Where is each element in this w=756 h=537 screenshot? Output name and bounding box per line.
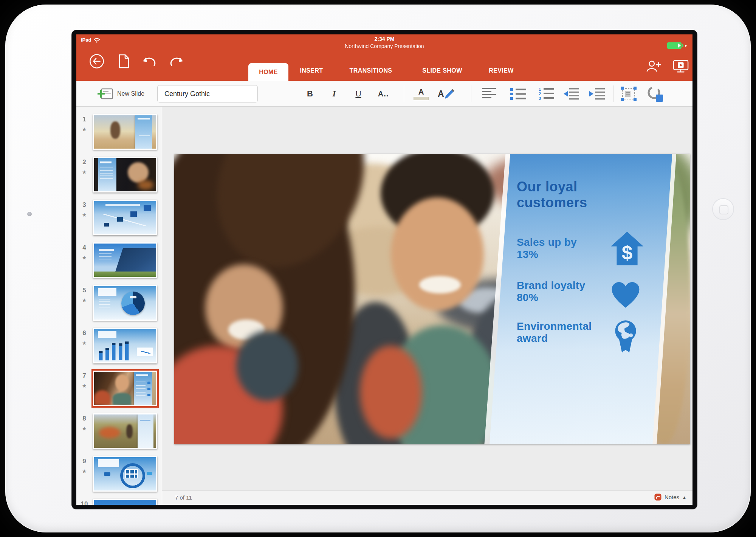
- tab-transitions[interactable]: TRANSITIONS: [350, 67, 392, 74]
- increase-indent-button[interactable]: [588, 81, 606, 107]
- person-add-icon: [646, 59, 662, 73]
- notes-label: Notes: [665, 494, 679, 500]
- transition-star-icon: ★: [79, 169, 89, 175]
- heart-icon: [610, 280, 641, 310]
- transition-star-icon: ★: [79, 126, 89, 132]
- slide-8-preview: [93, 413, 157, 449]
- bullet-sales-text[interactable]: Sales up by 13%: [517, 236, 619, 261]
- ribbon-tabs: HOME INSERT TRANSITIONS SLIDE SHOW REVIE…: [76, 48, 692, 81]
- font-color-glyph: A: [418, 88, 424, 96]
- present-button[interactable]: [672, 58, 689, 74]
- slide-7-preview: [93, 371, 157, 406]
- transition-star-icon: ★: [79, 425, 89, 431]
- new-slide-button[interactable]: New Slide: [98, 81, 144, 107]
- text-box-button[interactable]: [620, 81, 637, 107]
- svg-text:3: 3: [539, 96, 541, 101]
- slide-number: 1: [79, 116, 89, 123]
- slide-number: 3: [79, 201, 89, 209]
- tab-home[interactable]: HOME: [248, 63, 288, 81]
- font-color-button[interactable]: A: [414, 81, 429, 107]
- thumbnail-slide-1[interactable]: 1 ★: [76, 114, 162, 150]
- slide-number: 5: [79, 287, 89, 294]
- slide-canvas: Our loyal customers Sales up by 13% $ Br…: [162, 107, 692, 505]
- ipad-device: iPad 2:34 PM Northwind Company Presentat…: [5, 5, 751, 532]
- font-formatting-more-button[interactable]: A..: [376, 81, 391, 107]
- tab-insert[interactable]: INSERT: [300, 67, 323, 74]
- svg-text:1: 1: [539, 87, 541, 92]
- shapes-button[interactable]: [646, 81, 665, 107]
- thumbnail-slide-2[interactable]: 2 ★: [76, 157, 162, 192]
- transition-star-icon: ★: [79, 212, 89, 218]
- text-box-icon: [620, 86, 637, 102]
- numbered-list-icon: 1 2 3: [538, 87, 555, 101]
- current-slide[interactable]: Our loyal customers Sales up by 13% $ Br…: [174, 154, 690, 444]
- thumbnail-slide-4[interactable]: 4 ★: [76, 242, 162, 278]
- new-slide-label: New Slide: [117, 90, 144, 97]
- status-center: 2:34 PM Northwind Company Presentation: [76, 36, 692, 49]
- slide-number: 8: [79, 415, 89, 422]
- powerpoint-app: iPad 2:34 PM Northwind Company Presentat…: [76, 34, 692, 505]
- notes-collapse-icon: ▲: [682, 495, 686, 500]
- slide-6-preview: [93, 328, 157, 363]
- highlight-button[interactable]: A: [438, 81, 455, 107]
- thumbnail-slide-3[interactable]: 3 ★: [76, 200, 162, 235]
- notes-toggle-button[interactable]: Notes ▲: [654, 494, 686, 501]
- thumbnail-slide-5[interactable]: 5 ★: [76, 285, 162, 321]
- slide-number: 2: [79, 158, 89, 166]
- thumbnail-slide-8[interactable]: 8 ★: [76, 413, 162, 449]
- font-name-value: Century Gothic: [158, 90, 233, 98]
- formatting-toolbar: New Slide Century Gothic B I U A.. A: [76, 81, 692, 107]
- thumbnail-slide-10[interactable]: 10 ★: [76, 499, 162, 505]
- slide-title-text[interactable]: Our loyal customers: [517, 179, 587, 211]
- decrease-indent-button[interactable]: [562, 81, 580, 107]
- transition-star-icon: ★: [79, 468, 89, 474]
- share-people-button[interactable]: [645, 58, 662, 74]
- slide-10-preview: [93, 499, 157, 505]
- dollar-arrow-icon: $: [610, 231, 644, 267]
- bottom-status-bar: 7 of 11 Notes ▲: [162, 490, 692, 505]
- indent-icon: [588, 87, 606, 101]
- ipad-camera: [27, 212, 32, 216]
- present-screen-icon: [673, 59, 689, 73]
- italic-button[interactable]: I: [327, 81, 342, 107]
- bullets-button[interactable]: [510, 81, 527, 107]
- transition-star-icon: ★: [79, 340, 89, 346]
- svg-text:$: $: [622, 242, 633, 264]
- shapes-icon: [646, 85, 665, 102]
- new-slide-icon: [98, 87, 113, 100]
- numbering-button[interactable]: 1 2 3: [538, 81, 555, 107]
- pen-icon: [442, 87, 455, 100]
- underline-button[interactable]: U: [351, 81, 366, 107]
- workspace: 1 ★ 2 ★ 3 ★ 4: [76, 107, 692, 505]
- outdent-icon: [562, 87, 580, 101]
- align-left-icon: [482, 87, 497, 101]
- page-indicator: 7 of 11: [175, 494, 192, 501]
- slide-2-preview: [93, 157, 157, 192]
- align-button[interactable]: [482, 81, 497, 107]
- bold-button[interactable]: B: [302, 81, 318, 107]
- thumbnail-slide-9[interactable]: 9 ★: [76, 456, 162, 492]
- globe-award-icon: [610, 319, 641, 357]
- toolbar-divider: [471, 85, 471, 102]
- font-name-selector[interactable]: Century Gothic: [157, 85, 258, 102]
- ipad-home-button[interactable]: [712, 198, 734, 220]
- app-header: iPad 2:34 PM Northwind Company Presentat…: [76, 34, 692, 81]
- transition-star-icon: ★: [79, 383, 89, 389]
- svg-text:2: 2: [539, 92, 541, 96]
- toolbar-divider: [404, 85, 404, 102]
- bullet-loyalty-text[interactable]: Brand loyalty 80%: [517, 279, 619, 304]
- slide-number: 9: [79, 458, 89, 465]
- slide-4-preview: [93, 242, 157, 278]
- transition-star-icon: ★: [79, 255, 89, 261]
- font-size-divider: [233, 88, 233, 99]
- slide-number: 10: [79, 500, 89, 505]
- thumbnail-slide-7-selected[interactable]: 7 ★: [76, 371, 162, 406]
- bullet-award-text[interactable]: Environmental award: [517, 320, 619, 345]
- thumbnail-slide-6[interactable]: 6 ★: [76, 328, 162, 363]
- slide-number: 7: [79, 372, 89, 380]
- slide-thumbnail-panel: 1 ★ 2 ★ 3 ★ 4: [76, 107, 162, 505]
- notes-icon: [654, 494, 662, 501]
- tab-review[interactable]: REVIEW: [489, 67, 514, 74]
- tab-slide-show[interactable]: SLIDE SHOW: [422, 67, 462, 74]
- slide-number: 4: [79, 244, 89, 251]
